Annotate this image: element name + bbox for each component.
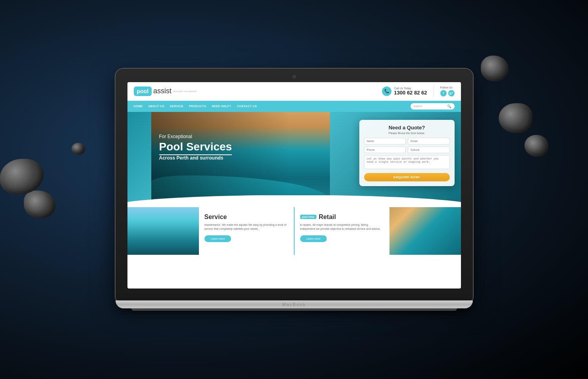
services-section: Service maintenance. We make the aquatic… [127,207,461,255]
name-input[interactable] [364,138,406,144]
service-card-2: pool time Retail & repairs. All major br… [295,207,461,255]
asteroid-6 [524,135,548,157]
laptop-foot [131,308,457,311]
screen: pool assist your pool. our passion. 📞 Ca… [127,82,461,289]
asteroid-4 [481,56,509,81]
search-icon: 🔍 [447,104,451,108]
phone-input[interactable] [364,146,406,153]
hero-tagline: Across Perth and surrounds [159,155,232,161]
learn-more-btn-1[interactable]: Learn more [204,235,231,242]
camera-dot [293,75,296,78]
call-section: 📞 Call Us Today 1300 62 82 62 [382,87,427,96]
search-placeholder: Search [414,105,445,108]
logo-tagline: your pool. our passion. [173,90,197,92]
service-desc-2: & repairs. All major brands at competiti… [300,223,384,231]
service-content-1: Service maintenance. We make the aquatic… [199,207,294,255]
service-image-2 [389,207,461,255]
hero-title-text: Pool Services [159,140,232,155]
service-desc-1: maintenance. We make the aquatic life ea… [204,223,288,231]
header-divider [434,85,434,97]
logo-pool-text: pool [134,87,152,96]
suburb-input[interactable] [408,146,450,153]
service-card-1: Service maintenance. We make the aquatic… [127,207,294,255]
hero-section: For Exceptional Pool Services Across Per… [127,112,461,207]
pool-time-badge: pool time [300,215,316,219]
form-row-2 [364,146,450,153]
search-bar[interactable]: Search 🔍 [411,103,455,110]
laptop-base [116,300,473,308]
screen-bezel: pool assist your pool. our passion. 📞 Ca… [116,69,473,300]
email-input[interactable] [408,138,450,144]
hero-text: For Exceptional Pool Services Across Per… [159,134,232,161]
call-label: Call Us Today [394,87,427,90]
social-icons: f g+ [440,90,455,96]
logo-pool-box: pool [134,88,152,94]
logo-area: pool assist your pool. our passion. [134,87,197,95]
nav-contact[interactable]: CONTACT US [237,105,257,108]
quote-form-title: Need a Quote? [364,125,450,131]
google-plus-icon[interactable]: g+ [448,90,455,96]
learn-more-btn-2[interactable]: Learn more [300,235,327,242]
service-name-2: Retail [319,214,336,221]
logo-assist-text: assist [153,87,172,95]
site-nav: HOME ABOUT US SERVICE PRODUCTS NEED HELP… [127,101,461,112]
phone-number[interactable]: 1300 62 82 62 [394,90,427,96]
phone-icon: 📞 [382,87,391,96]
nav-home[interactable]: HOME [134,105,143,108]
quote-form-subtitle: Please fill-out the form below. [364,132,450,135]
laptop: pool assist your pool. our passion. 📞 Ca… [116,69,473,311]
service-image-1 [127,207,199,255]
enquire-button[interactable]: ENQUIRE NOW! [364,173,450,181]
form-row-1 [364,138,450,144]
follow-label: Follow Us [440,86,455,89]
site-header: pool assist your pool. our passion. 📞 Ca… [127,82,461,101]
header-right: 📞 Call Us Today 1300 62 82 62 Follow Us [382,85,454,97]
service-title-2: pool time Retail [300,214,384,221]
nav-need-help[interactable]: NEED HELP? [212,105,231,108]
nav-products[interactable]: PRODUCTS [189,105,206,108]
hero-title: Pool Services [159,141,232,153]
service-title-1: Service [204,214,288,221]
asteroid-5 [499,103,532,133]
service-content-2: pool time Retail & repairs. All major br… [295,207,389,255]
facebook-icon[interactable]: f [440,90,447,96]
website: pool assist your pool. our passion. 📞 Ca… [127,82,461,289]
message-textarea[interactable] [364,155,450,169]
hero-subtitle: For Exceptional [159,134,232,139]
follow-section: Follow Us f g+ [440,86,455,96]
asteroid-3 [71,143,85,155]
call-info: Call Us Today 1300 62 82 62 [394,87,427,96]
service-name-1: Service [204,214,227,221]
laptop-outer: pool assist your pool. our passion. 📞 Ca… [116,69,473,311]
quote-form: Need a Quote? Please fill-out the form b… [359,120,455,186]
nav-links: HOME ABOUT US SERVICE PRODUCTS NEED HELP… [134,105,257,108]
nav-service[interactable]: SERVICE [170,105,183,108]
nav-about[interactable]: ABOUT US [148,105,165,108]
